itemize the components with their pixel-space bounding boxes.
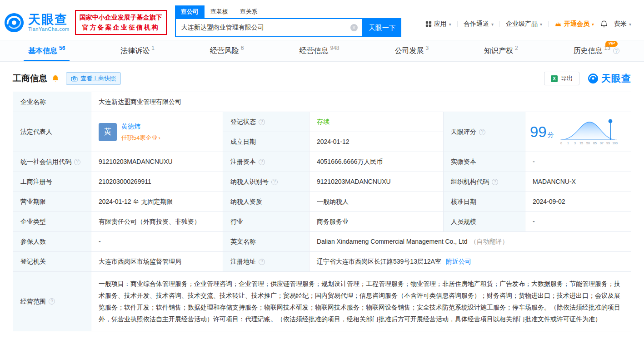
svg-text:3: 3 <box>574 142 576 145</box>
chevron-down-icon: ▾ <box>491 22 494 27</box>
tab-count: 3 <box>425 45 429 51</box>
nav-separator <box>457 21 458 27</box>
svg-text:85: 85 <box>593 142 597 145</box>
value-credit-code: 91210203MADANCNUXU <box>91 152 223 172</box>
help-icon[interactable]: ? <box>492 179 498 185</box>
tab-company-development[interactable]: 公司发展 3 <box>390 40 433 61</box>
tab-label: 经营风险 <box>210 46 239 56</box>
value-business-term: 2024-01-12 至 无固定期限 <box>91 192 223 212</box>
section-header: 工商信息 查看工商快照 X 导出 <box>13 72 631 85</box>
legal-rep-companies-link[interactable]: 任职54家企业 › <box>121 133 160 143</box>
snapshot-button[interactable]: 查看工商快照 <box>66 72 121 85</box>
label-registration-authority: 登记机关 <box>13 252 91 272</box>
help-icon[interactable]: ? <box>259 259 265 265</box>
value-paid-in-capital: - <box>525 152 631 172</box>
nearby-companies-link[interactable]: 附近公司 <box>446 257 471 266</box>
value-taxpayer-quality: 一般纳税人 <box>310 192 444 212</box>
nav-apps-label: 应用 <box>434 20 447 28</box>
label-taxpayer-id: 纳税人识别号 ? <box>223 172 310 192</box>
label-insured-count: 参保人数 <box>13 232 91 252</box>
nav-vip-membership[interactable]: 开通会员 ▾ <box>554 20 594 28</box>
clear-search-icon[interactable]: × <box>350 24 358 31</box>
label-registration-status: 登记状态 ? <box>223 112 310 132</box>
search-button[interactable]: 天眼一下 <box>363 18 401 37</box>
export-button[interactable]: X 导出 <box>544 72 579 85</box>
label-company-name: 企业名称 <box>13 92 91 112</box>
help-icon[interactable]: ? <box>49 298 55 305</box>
nav-enterprise-products[interactable]: 企业级产品 ▾ <box>506 20 542 28</box>
label-approval-date: 核准日期 <box>444 192 525 212</box>
value-tianyan-score[interactable]: 99分 0 1 3 15 50 85 97 <box>525 112 631 152</box>
subscribe-bell-button[interactable] <box>51 74 60 83</box>
tab-history-info[interactable]: VIP 历史信息 13 ? <box>569 40 624 61</box>
legal-rep-name-link[interactable]: 黄德炜 <box>121 122 160 131</box>
business-info-table: 企业名称 大连新达盟商业管理有限公司 法定代表人 黄 黄德炜 任职54家企业 ›… <box>13 92 631 331</box>
svg-text:100: 100 <box>612 142 618 145</box>
logo-text: 天眼查 TianYanCha.com <box>28 13 70 32</box>
bell-icon <box>51 74 60 83</box>
label-industry: 行业 <box>223 212 310 232</box>
tab-label: 法律诉讼 <box>120 46 150 56</box>
label-tianyan-score: 天眼评分 ? <box>444 112 525 152</box>
search-tab-relation[interactable]: 查关系 <box>234 5 264 18</box>
chevron-down-icon: ▾ <box>629 22 631 27</box>
label-registration-number: 工商注册号 <box>13 172 91 192</box>
header-left: 天眼查 TianYanCha.com 国家中小企业发展子基金旗下 官方备案企业征… <box>4 10 167 35</box>
tianyancha-logo-icon <box>588 73 599 84</box>
help-icon[interactable]: ? <box>271 179 278 185</box>
tab-intellectual-property[interactable]: 知识产权 2 <box>479 40 523 61</box>
svg-text:1: 1 <box>567 142 569 145</box>
section-title: 工商信息 <box>13 73 47 84</box>
legal-rep-avatar[interactable]: 黄 <box>99 123 117 141</box>
value-industry: 商务服务业 <box>310 212 444 232</box>
help-icon[interactable]: ? <box>259 119 265 125</box>
label-business-term: 营业期限 <box>13 192 91 212</box>
search-tabs: 查公司 查老板 查关系 <box>175 5 402 18</box>
tianyancha-logo[interactable]: 天眼查 TianYanCha.com <box>4 12 70 33</box>
status-badge: 存续 <box>317 117 329 127</box>
svg-text:99: 99 <box>606 142 610 145</box>
tab-business-info[interactable]: 经营信息 948 <box>295 40 344 61</box>
svg-text:0: 0 <box>560 142 562 145</box>
nav-apps[interactable]: 应用 ▾ <box>425 20 451 28</box>
company-tabs: 基本信息 56 法律诉讼 1 经营风险 6 经营信息 948 公司发展 3 知识… <box>0 40 644 62</box>
brand-name: 天眼查 <box>28 13 70 26</box>
nav-partner-channel[interactable]: 合作通道 ▾ <box>464 20 494 28</box>
help-icon[interactable]: ? <box>74 159 80 165</box>
value-taxpayer-id: 91210203MADANCNUXU <box>310 172 444 192</box>
label-taxpayer-quality: 纳税人资质 <box>223 192 310 212</box>
notification-bell-button[interactable] <box>600 20 608 28</box>
tianyancha-company-page: 天眼查 TianYanCha.com 国家中小企业发展子基金旗下 官方备案企业征… <box>0 0 644 331</box>
tab-business-risk[interactable]: 经营风险 6 <box>205 40 249 61</box>
help-icon[interactable]: ? <box>479 129 485 135</box>
tab-basic-info[interactable]: 基本信息 56 <box>24 40 70 61</box>
chevron-down-icon: ▾ <box>449 22 451 27</box>
legal-rep-info: 黄德炜 任职54家企业 › <box>121 122 160 143</box>
help-icon[interactable]: ? <box>259 159 265 165</box>
auto-translate-note: （自动翻译） <box>470 237 509 246</box>
value-insured-count: - <box>91 232 223 252</box>
label-staff-size: 人员规模 <box>444 212 525 232</box>
tab-count: 2 <box>515 45 518 51</box>
tab-label: 公司发展 <box>394 46 424 56</box>
score-number: 99分 <box>530 121 554 143</box>
value-business-scope: 一般项目：商业综合体管理服务；企业管理咨询；企业管理；供应链管理服务；规划设计管… <box>91 272 631 331</box>
nav-separator <box>548 21 549 27</box>
bell-icon <box>600 20 608 28</box>
help-icon[interactable]: ? <box>613 48 619 54</box>
tab-legal-proceedings[interactable]: 法律诉讼 1 <box>116 40 159 61</box>
svg-text:15: 15 <box>579 142 583 145</box>
value-organization-code: MADANCNU-X <box>525 172 631 192</box>
tab-count: 948 <box>330 45 339 51</box>
search-tab-company[interactable]: 查公司 <box>175 5 205 18</box>
nav-user-menu[interactable]: 费米 ▾ <box>614 20 631 28</box>
label-establish-date: 成立日期 <box>223 132 310 152</box>
nav-enterprise-label: 企业级产品 <box>506 20 538 28</box>
search-tab-boss[interactable]: 查老板 <box>205 5 234 18</box>
search-input[interactable] <box>180 24 350 32</box>
svg-text:50: 50 <box>586 142 590 145</box>
tab-count: 1 <box>151 45 155 51</box>
value-legal-representative: 黄 黄德炜 任职54家企业 › <box>91 112 223 152</box>
value-english-name: Dalian Xindameng Commercial Management C… <box>310 232 631 252</box>
label-paid-in-capital: 实缴资本 <box>444 152 525 172</box>
